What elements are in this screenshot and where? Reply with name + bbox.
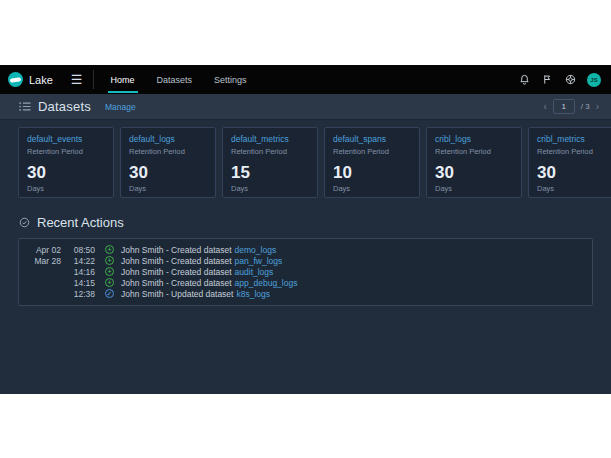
dataset-name-link[interactable]: default_spans xyxy=(333,134,411,144)
letterbox-bottom xyxy=(0,394,611,458)
recent-actions-title: Recent Actions xyxy=(37,215,124,230)
dataset-card[interactable]: cribl_metrics Retention Period 30 Days xyxy=(528,127,611,198)
screenshot-viewport: Lake ☰ Home Datasets Settings xyxy=(0,0,611,458)
pagination: ‹ 1 / 3 › xyxy=(543,99,599,114)
page-total-number: 3 xyxy=(585,102,589,111)
manage-link[interactable]: Manage xyxy=(105,102,136,112)
page-total: / 3 xyxy=(581,102,590,111)
action-time: 12:38 xyxy=(61,289,95,299)
flag-icon[interactable] xyxy=(541,74,553,86)
retention-value: 30 xyxy=(435,164,513,181)
top-bar: Lake ☰ Home Datasets Settings xyxy=(0,65,611,94)
action-type-icon: + xyxy=(105,267,114,276)
action-description: John Smith - Created dataset xyxy=(121,256,232,266)
dataset-card[interactable]: cribl_logs Retention Period 30 Days xyxy=(426,127,522,198)
page-separator: / xyxy=(581,102,583,111)
retention-unit: Days xyxy=(129,184,207,193)
action-dataset-link[interactable]: app_debug_logs xyxy=(235,278,298,288)
retention-period-label: Retention Period xyxy=(333,147,411,156)
dataset-name-link[interactable]: default_events xyxy=(27,134,105,144)
action-description: John Smith - Created dataset xyxy=(121,267,232,277)
page-prev-chevron-icon[interactable]: ‹ xyxy=(543,102,546,112)
retention-period-label: Retention Period xyxy=(27,147,105,156)
nav-item-settings[interactable]: Settings xyxy=(203,65,258,94)
datasets-header: Datasets Manage ‹ 1 / 3 › xyxy=(0,94,611,120)
action-description: John Smith - Created dataset xyxy=(121,278,232,288)
action-type-icon: + xyxy=(105,245,114,254)
action-description: John Smith - Created dataset xyxy=(121,245,232,255)
page-next-chevron-icon[interactable]: › xyxy=(596,102,599,112)
retention-unit: Days xyxy=(333,184,411,193)
action-time: 14:16 xyxy=(61,267,95,277)
action-dataset-link[interactable]: k8s_logs xyxy=(236,289,270,299)
brand[interactable]: Lake xyxy=(0,65,53,94)
recent-actions-heading: Recent Actions xyxy=(19,215,611,230)
letterbox-top xyxy=(0,0,611,65)
topbar-right: JS xyxy=(518,65,611,94)
top-nav: Home Datasets Settings xyxy=(100,65,258,94)
brand-name: Lake xyxy=(29,74,53,86)
dataset-card[interactable]: default_spans Retention Period 10 Days xyxy=(324,127,420,198)
retention-unit: Days xyxy=(537,184,611,193)
retention-unit: Days xyxy=(27,184,105,193)
notifications-bell-icon[interactable] xyxy=(518,74,530,86)
retention-period-label: Retention Period xyxy=(231,147,309,156)
retention-period-label: Retention Period xyxy=(129,147,207,156)
dataset-name-link[interactable]: cribl_metrics xyxy=(537,134,611,144)
page-title: Datasets xyxy=(38,99,91,114)
dataset-card[interactable]: default_logs Retention Period 30 Days xyxy=(120,127,216,198)
action-dataset-link[interactable]: audit_logs xyxy=(235,267,274,277)
dataset-name-link[interactable]: default_logs xyxy=(129,134,207,144)
retention-value: 10 xyxy=(333,164,411,181)
page-number-box[interactable]: 1 xyxy=(553,99,575,114)
action-time: 08:50 xyxy=(61,245,95,255)
recent-action-row: 14:15 + John Smith - Created dataset app… xyxy=(19,277,592,288)
circle-check-icon xyxy=(19,217,30,228)
retention-period-label: Retention Period xyxy=(537,147,611,156)
retention-value: 30 xyxy=(27,164,105,181)
action-dataset-link[interactable]: pan_fw_logs xyxy=(235,256,283,266)
action-type-icon: + xyxy=(105,278,114,287)
cribl-logo-icon xyxy=(8,72,23,87)
retention-unit: Days xyxy=(435,184,513,193)
retention-value: 30 xyxy=(537,164,611,181)
recent-action-row: Mar 28 14:22 + John Smith - Created data… xyxy=(19,255,592,266)
dataset-name-link[interactable]: default_metrics xyxy=(231,134,309,144)
retention-value: 30 xyxy=(129,164,207,181)
action-dataset-link[interactable]: demo_logs xyxy=(235,245,277,255)
action-date: Apr 02 xyxy=(19,245,61,255)
dataset-cards-row: default_events Retention Period 30 Days … xyxy=(0,120,611,198)
dataset-card[interactable]: default_events Retention Period 30 Days xyxy=(18,127,114,198)
action-type-icon: + xyxy=(105,256,114,265)
recent-action-row: 12:38 ✓ John Smith - Updated dataset k8s… xyxy=(19,288,592,299)
recent-actions-panel: Apr 02 08:50 + John Smith - Created data… xyxy=(18,238,593,306)
retention-period-label: Retention Period xyxy=(435,147,513,156)
user-avatar[interactable]: JS xyxy=(587,73,601,87)
retention-value: 15 xyxy=(231,164,309,181)
dataset-name-link[interactable]: cribl_logs xyxy=(435,134,513,144)
list-icon xyxy=(19,101,31,112)
hamburger-menu-icon[interactable]: ☰ xyxy=(61,65,93,94)
recent-action-row: 14:16 + John Smith - Created dataset aud… xyxy=(19,266,592,277)
action-time: 14:15 xyxy=(61,278,95,288)
cribl-lake-app: Lake ☰ Home Datasets Settings xyxy=(0,65,611,394)
recent-action-row: Apr 02 08:50 + John Smith - Created data… xyxy=(19,244,592,255)
topbar-divider xyxy=(93,70,94,89)
retention-unit: Days xyxy=(231,184,309,193)
dataset-card[interactable]: default_metrics Retention Period 15 Days xyxy=(222,127,318,198)
nav-item-datasets[interactable]: Datasets xyxy=(146,65,204,94)
nav-item-home[interactable]: Home xyxy=(100,65,146,94)
action-date: Mar 28 xyxy=(19,256,61,266)
action-time: 14:22 xyxy=(61,256,95,266)
help-lifering-icon[interactable] xyxy=(564,74,576,86)
action-description: John Smith - Updated dataset xyxy=(121,289,233,299)
action-type-icon: ✓ xyxy=(105,289,114,298)
